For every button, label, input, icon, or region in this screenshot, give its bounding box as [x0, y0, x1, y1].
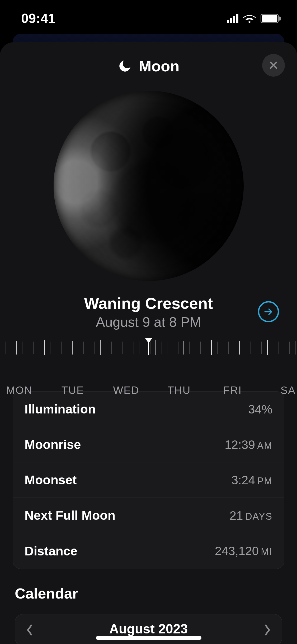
- sheet-header: Moon: [0, 42, 297, 80]
- ruler-day-label: TUE: [62, 384, 84, 396]
- stat-row: Moonset3:24PM: [13, 462, 284, 498]
- close-icon: [268, 60, 279, 70]
- wifi-icon: [243, 14, 256, 23]
- stat-value: 12:39AM: [225, 438, 272, 452]
- stat-value: 34%: [248, 402, 272, 416]
- stat-row: Illumination34%: [13, 392, 284, 427]
- phase-block: Waning Crescent August 9 at 8 PM: [0, 294, 297, 330]
- chevron-right-icon: [263, 624, 271, 636]
- stat-row: Next Full Moon21DAYS: [13, 498, 284, 533]
- stat-value: 243,120MI: [215, 544, 272, 558]
- status-time: 09:41: [21, 11, 55, 26]
- stat-unit: DAYS: [245, 511, 272, 522]
- ruler-day-label: WED: [113, 384, 139, 396]
- time-ruler[interactable]: [0, 338, 297, 361]
- close-button[interactable]: [262, 54, 285, 77]
- stat-row: Moonrise12:39AM: [13, 427, 284, 462]
- stat-unit: PM: [257, 476, 272, 487]
- stat-row: Distance243,120MI: [13, 533, 284, 569]
- stat-label: Moonset: [25, 473, 77, 487]
- moon-image: [0, 80, 297, 294]
- stat-unit: MI: [261, 546, 272, 558]
- chevron-left-icon: [26, 624, 34, 636]
- stat-value: 3:24PM: [231, 473, 272, 487]
- stat-label: Next Full Moon: [25, 508, 115, 523]
- stat-label: Illumination: [25, 402, 96, 416]
- next-time-button[interactable]: [258, 301, 279, 322]
- svg-rect-2: [279, 16, 281, 21]
- status-icons: [227, 14, 281, 23]
- calendar-prev-button[interactable]: [20, 621, 39, 639]
- stats-card: Illumination34%Moonrise12:39AMMoonset3:2…: [13, 391, 284, 569]
- ruler-day-label: THU: [167, 384, 191, 396]
- home-indicator[interactable]: [96, 636, 201, 640]
- arrow-right-icon: [263, 306, 274, 317]
- ruler-day-label: SA: [281, 384, 296, 396]
- svg-rect-1: [262, 15, 277, 22]
- stat-label: Distance: [25, 544, 77, 558]
- battery-icon: [261, 14, 281, 23]
- ruler-day-label: MON: [6, 384, 32, 396]
- stat-label: Moonrise: [25, 437, 81, 452]
- cellular-icon: [227, 14, 238, 23]
- stat-unit: AM: [257, 440, 272, 451]
- phase-datetime: August 9 at 8 PM: [16, 314, 281, 330]
- ruler-pointer-icon: [145, 338, 153, 343]
- phase-name: Waning Crescent: [16, 294, 281, 312]
- stat-value: 21DAYS: [229, 508, 272, 523]
- moon-sheet: Moon Waning Crescent August 9 at 8 PM: [0, 42, 297, 644]
- sheet-title: Moon: [139, 57, 180, 75]
- calendar-heading: Calendar: [15, 585, 282, 602]
- moon-icon: [117, 59, 132, 73]
- ruler-day-label: FRI: [223, 384, 242, 396]
- status-bar: 09:41: [0, 0, 297, 37]
- calendar-next-button[interactable]: [258, 621, 277, 639]
